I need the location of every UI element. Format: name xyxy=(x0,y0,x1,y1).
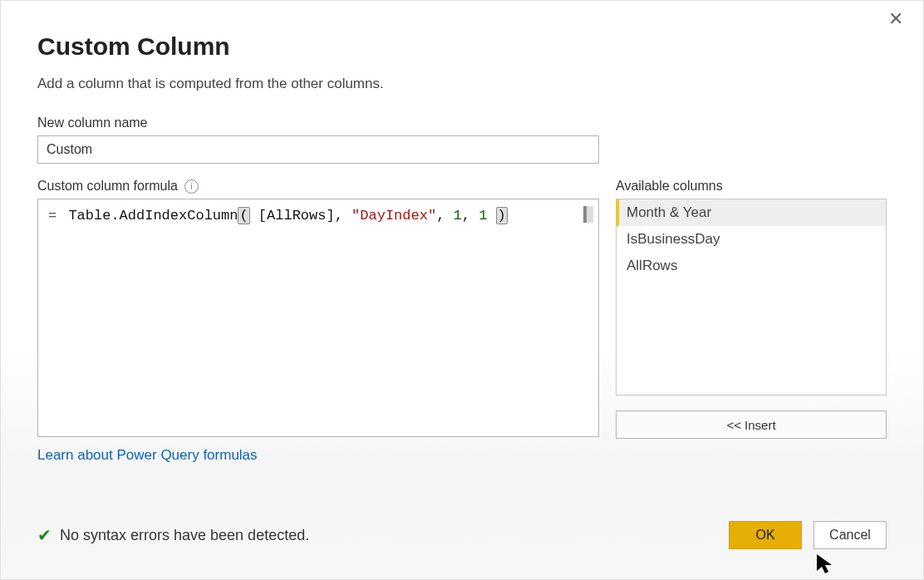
available-column: Available columns Month & Year IsBusines… xyxy=(616,179,887,464)
available-columns-list[interactable]: Month & Year IsBusinessDay AllRows xyxy=(616,199,887,396)
column-name-label: New column name xyxy=(37,116,887,130)
cancel-button[interactable]: Cancel xyxy=(813,521,887,549)
text-cursor-indicator xyxy=(583,206,593,223)
status-bar: ✔ No syntax errors have been detected. xyxy=(37,527,309,544)
learn-link[interactable]: Learn about Power Query formulas xyxy=(37,447,258,464)
available-item-allrows[interactable]: AllRows xyxy=(617,253,886,279)
column-name-section: New column name xyxy=(37,116,887,164)
mouse-cursor-icon xyxy=(815,553,833,576)
status-text: No syntax errors have been detected. xyxy=(60,527,309,544)
available-item-isbusinessday[interactable]: IsBusinessDay xyxy=(617,226,886,253)
check-icon: ✔ xyxy=(37,527,52,543)
info-icon[interactable]: i xyxy=(184,179,199,194)
dialog-title: Custom Column xyxy=(37,32,887,61)
formula-column: Custom column formula i = Table.AddIndex… xyxy=(37,179,599,464)
formula-editor[interactable]: = Table.AddIndexColumn( [AllRows], "DayI… xyxy=(37,199,599,437)
ok-button[interactable]: OK xyxy=(729,521,802,549)
custom-column-dialog: ✕ Custom Column Add a column that is com… xyxy=(0,0,924,580)
close-button[interactable]: ✕ xyxy=(883,9,908,29)
formula-text: = Table.AddIndexColumn( [AllRows], "DayI… xyxy=(38,199,598,232)
formula-label: Custom column formula i xyxy=(37,179,599,194)
close-icon: ✕ xyxy=(888,8,903,29)
svg-marker-0 xyxy=(817,554,832,573)
column-name-input[interactable] xyxy=(37,135,599,164)
available-label: Available columns xyxy=(616,179,887,194)
insert-button[interactable]: << Insert xyxy=(616,410,887,439)
available-item-month-year[interactable]: Month & Year xyxy=(617,199,886,226)
dialog-subtitle: Add a column that is computed from the o… xyxy=(37,76,887,92)
